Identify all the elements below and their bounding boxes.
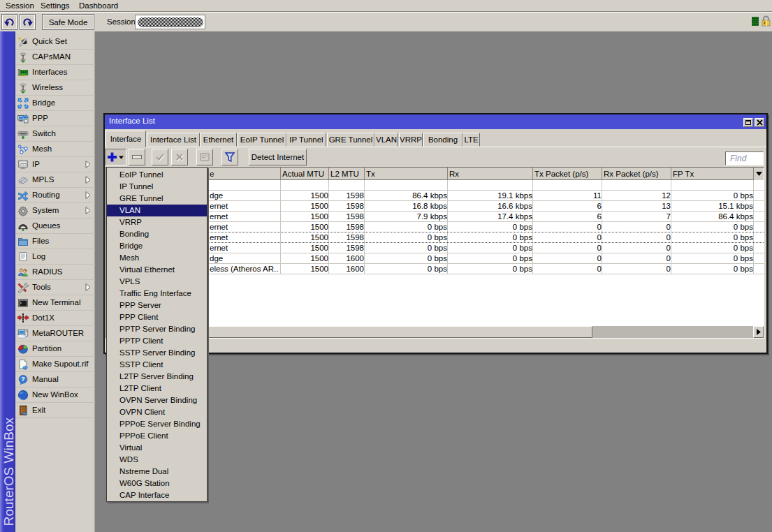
svg-text:?: ? [21,375,25,383]
svg-text:255: 255 [20,162,27,166]
